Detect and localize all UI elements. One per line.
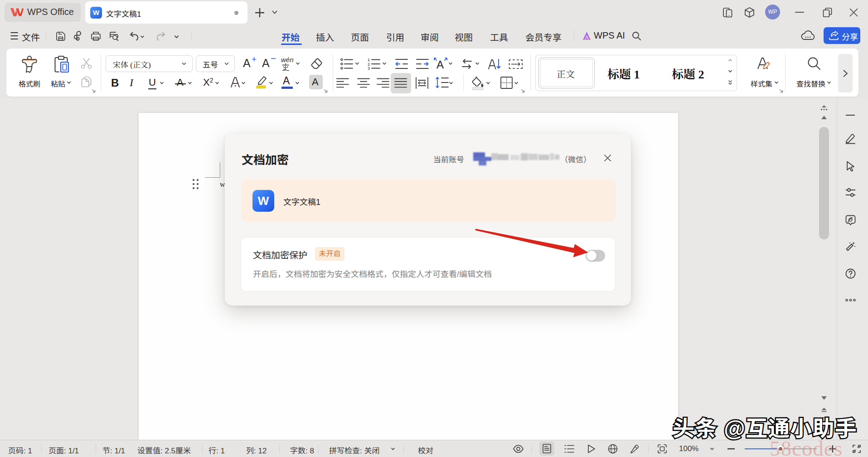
svg-text:3: 3 [368,66,370,70]
svg-text:A: A [436,58,444,71]
svg-text:1: 1 [368,58,370,62]
svg-text:头条 @互通小助手: 头条 @互通小助手 [673,417,857,441]
svg-text:2: 2 [368,62,370,67]
